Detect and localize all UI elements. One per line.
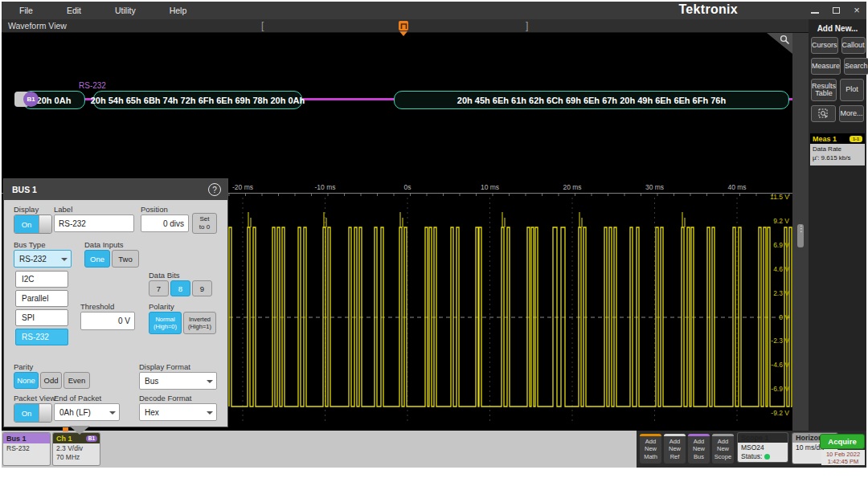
bus-type-option-parallel[interactable]: Parallel	[15, 290, 68, 307]
right-sidebar: Add New... Cursors Callout Measure Searc…	[808, 19, 866, 431]
time-tick-label: 10 ms	[469, 183, 511, 191]
volt-tick-label: 4.6 V	[747, 265, 789, 273]
polarity-normal-l2: (High=0)	[154, 323, 177, 330]
time-tick-label: -10 ms	[305, 183, 346, 191]
meas1-body: Data Rate µ': 9.615 kb/s	[810, 144, 865, 165]
display-format-label: Display Format	[139, 362, 190, 371]
data-inputs-segment: One Two	[84, 250, 139, 268]
data-bits-7[interactable]: 7	[149, 280, 169, 296]
add-new-bus-button[interactable]: AddNewBus	[688, 434, 710, 464]
parity-odd[interactable]: Odd	[40, 372, 62, 389]
data-bits-8[interactable]: 8	[170, 280, 190, 296]
main-area: -20 ms-10 ms0s10 ms20 ms30 ms40 ms11.5 V…	[2, 19, 866, 431]
decode-format-value: Hex	[145, 408, 159, 417]
measure-button[interactable]: Measure	[811, 58, 841, 75]
tab-waveform-view[interactable]: Waveform View	[8, 21, 67, 31]
bus1-badge[interactable]: Bus 1 RS-232	[3, 433, 50, 465]
bus-type-option-spi[interactable]: SPI	[15, 309, 68, 326]
decode-format-dropdown[interactable]: Hex	[139, 403, 217, 421]
acquire-button[interactable]: Acquire	[820, 434, 865, 449]
set-to-zero-button[interactable]: Set to 0	[192, 213, 217, 234]
set-btn-line2: to 0	[199, 223, 210, 231]
parity-even[interactable]: Even	[63, 372, 90, 389]
display-format-dropdown[interactable]: Bus	[139, 372, 217, 390]
polarity-inverted[interactable]: Inverted (High=1)	[183, 312, 216, 334]
help-icon[interactable]: ?	[208, 183, 221, 196]
search-button[interactable]: Search	[844, 58, 868, 75]
pulse-glyph-icon	[400, 22, 407, 30]
polarity-normal[interactable]: Normal (High=0)	[149, 312, 182, 334]
waveform-overshoot-spikes	[248, 212, 685, 227]
position-input[interactable]: 0 divs	[141, 214, 189, 232]
display-toggle[interactable]: On	[14, 214, 52, 234]
meas1-count-pill: 1-1	[850, 136, 862, 142]
display-toggle-on: On	[14, 215, 39, 233]
minimize-icon[interactable]	[810, 6, 820, 15]
scope1-header: Scope 1	[738, 433, 788, 443]
menu-utility[interactable]: Utility	[108, 6, 142, 15]
add-btn-line: Ref	[670, 453, 680, 460]
trigger-arrow-icon	[399, 31, 407, 36]
data-inputs-one[interactable]: One	[84, 250, 110, 268]
dialog-header[interactable]: BUS 1	[4, 179, 227, 200]
menu-edit[interactable]: Edit	[60, 6, 88, 15]
time-text: 1:42:45 PM	[821, 458, 865, 465]
volt-tick-label: 6.9 V	[747, 241, 789, 249]
trigger-position-icon[interactable]	[399, 21, 408, 31]
cursors-button[interactable]: Cursors	[811, 37, 838, 54]
waveform-region: -20 ms-10 ms0s10 ms20 ms30 ms40 ms11.5 V…	[2, 19, 809, 431]
label-field-label: Label	[54, 205, 72, 214]
volt-tick-label: -2.3 V	[747, 337, 789, 345]
bus1-badge-header: Bus 1	[3, 433, 50, 443]
meas1-value: µ': 9.615 kb/s	[813, 154, 862, 163]
add-btn-line: Add	[669, 438, 680, 445]
callout-button[interactable]: Callout	[841, 37, 866, 54]
maximize-icon[interactable]	[831, 6, 841, 15]
data-inputs-two[interactable]: Two	[112, 250, 139, 268]
sidebar-row: Results Table Plot	[811, 79, 864, 101]
bottom-right-dark-area: AddNewMathAddNewRefAddNewBusAddNewScope …	[637, 431, 866, 468]
volt-tick-label: 2.3 V	[747, 289, 789, 297]
add-new-math-button[interactable]: AddNewMath	[640, 434, 661, 464]
bus-type-value: RS-232	[19, 255, 47, 264]
trigger-level-tick	[63, 427, 68, 431]
data-bits-9[interactable]: 9	[192, 280, 212, 296]
label-input[interactable]: RS-232	[54, 214, 134, 232]
more-button[interactable]: More...	[839, 105, 864, 122]
decode-packet: 20h 45h 6Eh 61h 62h 6Ch 69h 6Eh 67h 20h …	[394, 91, 789, 109]
scope1-panel[interactable]: Scope 1 MSO24 Status:	[738, 433, 788, 462]
menu-bar: File Edit Utility Help Tektronix ×	[2, 2, 866, 19]
bus-decode-label: RS-232	[79, 81, 106, 90]
add-btn-line: New	[669, 445, 681, 452]
divider-drag-handle[interactable]: ⋮	[797, 224, 804, 247]
menu-file[interactable]: File	[13, 6, 39, 15]
meas1-badge[interactable]: Meas 1 1-1 Data Rate µ': 9.615 kb/s	[810, 133, 865, 165]
close-icon[interactable]: ×	[852, 6, 862, 15]
packet-view-toggle[interactable]: On	[14, 403, 52, 423]
polarity-normal-l1: Normal	[155, 316, 174, 323]
bus-type-option-rs232[interactable]: RS-232	[15, 329, 68, 345]
position-label: Position	[141, 205, 168, 214]
ch1-scale: 2.3 V/div	[56, 444, 96, 453]
parity-none[interactable]: None	[14, 372, 39, 389]
end-of-packet-dropdown[interactable]: 0Ah (LF)	[54, 403, 120, 421]
chevron-down-icon	[61, 258, 68, 261]
parity-label: Parity	[14, 362, 33, 371]
bus-type-dropdown[interactable]: RS-232	[14, 250, 72, 268]
add-new-scope-button[interactable]: AddNewScope	[712, 434, 734, 464]
meas1-header: Meas 1 1-1	[810, 133, 865, 144]
add-new-ref-button[interactable]: AddNewRef	[664, 434, 686, 464]
volt-tick-label: 9.2 V	[747, 217, 789, 225]
ch1-badge[interactable]: Ch 1B1 2.3 V/div 70 MHz	[53, 433, 100, 465]
app-window: File Edit Utility Help Tektronix × -20 m…	[2, 2, 866, 468]
threshold-input[interactable]: 0 V	[80, 312, 135, 330]
menu-help[interactable]: Help	[163, 6, 194, 15]
results-table-button[interactable]: Results Table	[811, 79, 837, 101]
tektronix-logo: Tektronix	[678, 2, 738, 17]
sidebar-row: Cursors Callout	[811, 37, 864, 54]
draw-a-box-button[interactable]	[811, 105, 836, 122]
meas1-title: Meas 1	[813, 135, 837, 143]
plot-button[interactable]: Plot	[840, 79, 864, 101]
bus-type-option-i2c[interactable]: I2C	[15, 271, 68, 288]
display-label: Display	[14, 205, 39, 214]
